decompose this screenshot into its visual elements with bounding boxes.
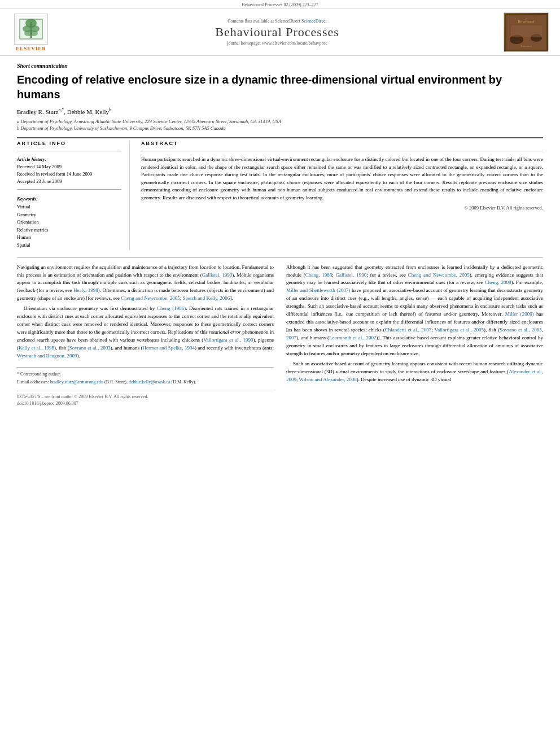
ref-vallortigara-2005[interactable]: Vallortigara et al., 2005 [435, 327, 484, 333]
history-label: Article history: [17, 156, 121, 163]
article-info-label: ARTICLE INFO [17, 141, 121, 146]
body-left-text: Navigating an environment requires the a… [17, 264, 274, 360]
ref-wilson-alexander[interactable]: Wilson and Alexander, 2008 [299, 377, 357, 382]
ref-cheng-2008[interactable]: Cheng, 2008 [485, 279, 511, 285]
article-info-col: ARTICLE INFO Article history: Received 1… [17, 141, 130, 249]
ref-healy-1998[interactable]: Healy, 1998 [73, 287, 98, 293]
article-info-abstract: ARTICLE INFO Article history: Received 1… [17, 141, 543, 249]
accepted-date: Accepted 23 June 2009 [17, 178, 121, 185]
elsevier-text: ELSEVIER [16, 46, 46, 51]
divider-info [17, 151, 121, 151]
ref-vallortigara-1990[interactable]: Vallortigara et al., 1990 [203, 337, 253, 343]
keyword-6: Spatial [17, 242, 121, 250]
svg-text:Behavioural: Behavioural [518, 20, 535, 23]
keyword-1: Virtual [17, 203, 121, 211]
body-columns: Navigating an environment requires the a… [17, 264, 543, 408]
journal-header-center: Contents lists available at ScienceDirec… [51, 19, 504, 46]
article-type: Short communication [17, 63, 543, 69]
affiliation-b: b Department of Psychology, University o… [17, 125, 543, 132]
journal-homepage: journal homepage: www.elsevier.com/locat… [51, 41, 504, 46]
svg-rect-11 [511, 25, 542, 37]
body-right-para-1: Although it has been suggested that geom… [286, 264, 543, 358]
footer-doi: doi:10.1016/j.beproc.2009.06.007 [17, 400, 274, 407]
abstract-text: Human participants searched in a dynamic… [141, 156, 543, 202]
received-date: Received 14 May 2009 [17, 163, 121, 171]
footnote-email: E-mail addresses: bradley.sturz@armstron… [17, 379, 274, 386]
divider-abstract [141, 151, 543, 151]
footer-info: 0376-6357/$ – see front matter © 2009 El… [17, 391, 274, 408]
body-right-col: Although it has been suggested that geom… [286, 264, 543, 408]
keyword-2: Geometry [17, 211, 121, 219]
keywords-label: Keywords: [17, 195, 121, 203]
body-para-2: Orientation via enclosure geometry was f… [17, 305, 274, 360]
ref-miller-2009[interactable]: Miller (2009) [505, 311, 534, 317]
footnote-star: * Corresponding author. [17, 371, 274, 378]
article-title: Encoding of relative enclosure size in a… [17, 72, 543, 102]
abstract-col: ABSTRACT Human participants searched in … [141, 141, 543, 249]
abstract-label: ABSTRACT [141, 141, 543, 146]
ref-miller-shettleworth[interactable]: Miller and Shettleworth (2007) [286, 287, 350, 293]
affiliations: a Department of Psychology, Armstrong At… [17, 119, 543, 132]
author2-name: Debbie M. Kelly [67, 108, 109, 115]
email-sturz[interactable]: bradley.sturz@armstrong.edu [50, 379, 103, 385]
ref-sovrano-2005[interactable]: Sovrano et al., 2005 [500, 327, 542, 333]
svg-point-6 [30, 30, 38, 36]
journal-title: Behavioural Processes [51, 25, 504, 40]
journal-cover-image: Behavioural Processes [504, 12, 549, 52]
email-kelly[interactable]: debbie.kelly@usask.ca [129, 379, 170, 385]
keywords-block: Keywords: Virtual Geometry Orientation R… [17, 195, 121, 249]
ref-cheng-newcombe[interactable]: Cheng and Newcombe, 2005 [121, 295, 180, 301]
keyword-5: Human [17, 234, 121, 242]
ref-cheng-1986[interactable]: Cheng, 1986 [305, 272, 333, 278]
ref-gallistel-1990[interactable]: Gallistel, 1990 [202, 272, 233, 278]
affiliation-a: a Department of Psychology, Armstrong At… [17, 119, 543, 125]
contents-available: Contents lists available at ScienceDirec… [51, 19, 504, 24]
page: Behavioural Processes 82 (2009) 223–227 … [0, 0, 560, 747]
divider-thick [17, 137, 543, 138]
divider-body [17, 257, 543, 258]
svg-text:Processes: Processes [520, 45, 531, 47]
ref-spetch-kelly[interactable]: Spetch and Kelly, 2006 [182, 295, 230, 301]
author1-name: Bradley R. Sturz [17, 108, 59, 115]
keyword-4: Relative metrics [17, 226, 121, 234]
elsevier-logo-box [14, 14, 48, 45]
article-content: Short communication Encoding of relative… [0, 56, 560, 418]
footer-issn: 0376-6357/$ – see front matter © 2009 El… [17, 394, 274, 400]
journal-header: ELSEVIER Contents lists available at Sci… [0, 9, 560, 56]
footnote-section: * Corresponding author. E-mail addresses… [17, 367, 274, 386]
ref-sovrano-2003[interactable]: Sovrano et al., 2003 [69, 345, 111, 351]
footnote-email-name1: (B.R. Sturz), [104, 379, 129, 385]
citation-line: Behavioural Processes 82 (2009) 223–227 [0, 0, 560, 9]
citation-text: Behavioural Processes 82 (2009) 223–227 [242, 2, 318, 7]
body-left-col: Navigating an environment requires the a… [17, 264, 274, 408]
keyword-3: Orientation [17, 219, 121, 226]
ref-chiandetti[interactable]: Chiandetti et al., 2007 [385, 327, 431, 333]
received-revised-date: Received in revised form 14 June 2009 [17, 171, 121, 178]
author1-sup: a,* [59, 107, 64, 112]
author2-sup: b [109, 107, 111, 112]
authors: Bradley R. Sturza,*, Debbie M. Kellyb [17, 107, 543, 115]
body-right-text: Although it has been suggested that geom… [286, 264, 543, 384]
divider-keywords [17, 189, 121, 190]
ref-sovrano-2007[interactable]: 2007 [286, 335, 296, 340]
ref-gallistel-1990-r[interactable]: Gallistel, 1990 [336, 272, 367, 278]
sciencedirect-link[interactable]: ScienceDirect [301, 19, 327, 24]
body-right-para-2: Such an associative-based account of geo… [286, 360, 543, 384]
ref-hermer-spelke[interactable]: Hermer and Spelke, 1994 [142, 345, 195, 351]
footnote-email-name2: (D.M. Kelly). [172, 379, 196, 385]
ref-learmonth[interactable]: Learmonth et al., 2002 [329, 335, 377, 340]
ref-kelly-1998[interactable]: Kelly et al., 1998 [19, 345, 54, 351]
ref-wystrach[interactable]: Wystrach and Beugnon, 2009 [17, 353, 77, 359]
elsevier-logo: ELSEVIER [11, 14, 51, 51]
body-para-1: Navigating an environment requires the a… [17, 264, 274, 303]
ref-cheng-1986-orient[interactable]: Cheng (1986) [157, 305, 186, 311]
article-history: Article history: Received 14 May 2009 Re… [17, 156, 121, 185]
footnote-email-label: E-mail addresses: [17, 379, 50, 385]
copyright-text: © 2009 Elsevier B.V. All rights reserved… [141, 205, 543, 211]
ref-cheng-newcombe-r[interactable]: Cheng and Newcombe, 2005 [408, 272, 470, 278]
